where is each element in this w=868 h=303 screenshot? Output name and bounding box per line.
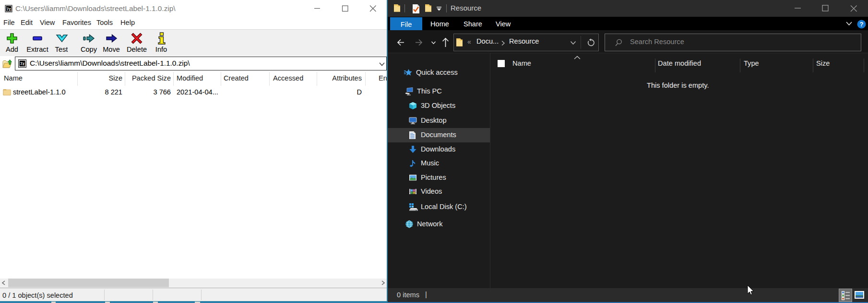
svg-text:7z: 7z [7,7,11,12]
svg-text:7z: 7z [20,61,24,66]
svg-text:?: ? [860,21,864,28]
